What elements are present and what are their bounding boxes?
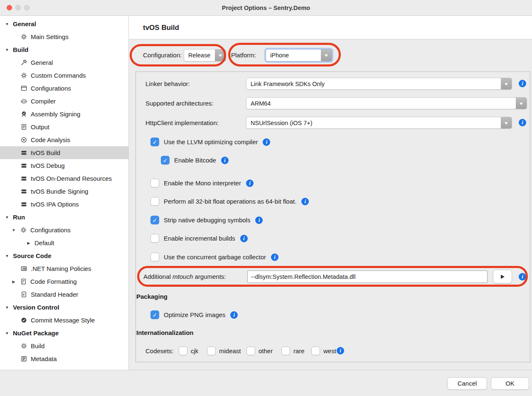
- checkbox-label: Strip native debugging symbols: [164, 216, 250, 224]
- enable-the-mono-interpreter-checkbox[interactable]: [150, 179, 159, 187]
- info-icon[interactable]: i: [519, 80, 526, 87]
- ok-button[interactable]: OK: [491, 377, 529, 390]
- codeset-other-checkbox[interactable]: [246, 347, 255, 355]
- sidebar-item-build[interactable]: ▼Build: [0, 43, 128, 56]
- sidebar-item-source-code[interactable]: ▼Source Code: [0, 249, 128, 262]
- info-icon[interactable]: i: [230, 311, 238, 319]
- info-icon[interactable]: i: [263, 138, 270, 146]
- linker-behavior-dropdown[interactable]: Link Framework SDKs Only: [246, 78, 512, 90]
- disclosure-open-icon[interactable]: ▼: [4, 48, 10, 52]
- build-options-groupbox: Linker behavior: Link Framework SDKs Onl…: [135, 71, 530, 362]
- info-icon[interactable]: i: [337, 347, 344, 354]
- chevron-down-icon: [501, 117, 512, 128]
- gear-icon: [20, 226, 27, 234]
- info-icon[interactable]: i: [246, 180, 254, 187]
- window-title: Project Options – Sentry.Demo: [0, 0, 532, 16]
- mtouch-arguments-input[interactable]: [247, 271, 488, 283]
- sidebar-item-label: Output: [31, 123, 49, 130]
- gear-icon: [20, 342, 27, 350]
- codeset-mideast-checkbox[interactable]: [207, 347, 216, 355]
- disclosure-open-icon[interactable]: ▼: [4, 22, 10, 26]
- sidebar-item-tvos-bundle-signing[interactable]: tvOS Bundle Signing: [0, 185, 128, 198]
- sidebar-item-net-naming-policies[interactable]: AB.NET Naming Policies: [0, 262, 128, 275]
- sidebar-item-tvos-build[interactable]: tvOS Build: [0, 146, 128, 159]
- page-header: tvOS Build: [129, 16, 532, 39]
- sidebar-item-tvos-debug[interactable]: tvOS Debug: [0, 159, 128, 172]
- info-icon[interactable]: i: [255, 216, 263, 224]
- sidebar-item-run[interactable]: ▼Run: [0, 211, 128, 224]
- optimize-png-checkbox[interactable]: ✓: [150, 310, 159, 319]
- info-icon[interactable]: i: [519, 273, 526, 280]
- sidebar-item-main-settings[interactable]: Main Settings: [0, 30, 128, 43]
- sidebar-item-code-formatting[interactable]: ▶Code Formatting: [0, 275, 128, 288]
- doc-dash-icon: [20, 278, 27, 285]
- codesets-label: Codesets:: [145, 347, 174, 355]
- disclosure-open-icon[interactable]: ▼: [4, 331, 10, 335]
- use-the-concurrent-garbage-collector-checkbox[interactable]: [150, 253, 159, 261]
- doc-lines-icon: [20, 123, 27, 131]
- dialog-footer: Cancel OK: [0, 370, 532, 396]
- sidebar-item-compiler[interactable]: Compiler: [0, 95, 128, 108]
- sidebar-item-label: Default: [34, 239, 54, 246]
- sidebar-item-general[interactable]: General: [0, 56, 128, 69]
- disclosure-open-icon[interactable]: ▼: [4, 305, 10, 310]
- info-icon[interactable]: i: [271, 253, 278, 261]
- disclosure-closed-icon[interactable]: ▶: [11, 280, 17, 284]
- sidebar-item-label: General: [13, 20, 36, 27]
- info-icon[interactable]: i: [519, 119, 526, 126]
- sidebar-item-custom-commands[interactable]: Custom Commands: [0, 69, 128, 82]
- use-the-concurrent-garbage-collector-row: Use the concurrent garbage collectori: [150, 253, 278, 261]
- sidebar-item-output[interactable]: Output: [0, 121, 128, 133]
- httpclient-implementation-value: NSUrlSession (iOS 7+): [246, 117, 501, 128]
- sidebar-item-build[interactable]: Build: [0, 339, 128, 352]
- sidebar-item-metadata[interactable]: Metadata: [0, 352, 128, 365]
- enable-incremental-builds-row: Enable incremental buildsi: [150, 234, 248, 243]
- supported-architectures-dropdown[interactable]: ARM64: [246, 97, 527, 109]
- sidebar-item-configurations[interactable]: ▼Configurations: [0, 224, 128, 236]
- sidebar-item-version-control[interactable]: ▼Version Control: [0, 301, 128, 314]
- httpclient-implementation-dropdown[interactable]: NSUrlSession (iOS 7+): [246, 117, 512, 129]
- enable-incremental-builds-checkbox[interactable]: [150, 234, 159, 243]
- tv-icon: [20, 149, 27, 157]
- info-icon[interactable]: i: [301, 198, 309, 205]
- page-body: Configuration: Release Platform: iPhone: [129, 39, 532, 370]
- disclosure-closed-icon[interactable]: ▶: [26, 241, 32, 245]
- sidebar-item-configurations[interactable]: Configurations: [0, 82, 128, 95]
- sidebar-item-commit-message-style[interactable]: Commit Message Style: [0, 314, 128, 327]
- mtouch-options-button[interactable]: [493, 270, 512, 283]
- codeset-west-checkbox[interactable]: [311, 347, 320, 355]
- info-icon[interactable]: i: [221, 157, 229, 164]
- internationalization-heading: Internationalization: [136, 329, 194, 336]
- sidebar-item-tvos-on-demand-resources[interactable]: tvOS On-Demand Resources: [0, 172, 128, 185]
- sidebar-item-standard-header[interactable]: #Standard Header: [0, 288, 128, 301]
- platform-dropdown[interactable]: iPhone: [266, 49, 332, 61]
- perform-all-32-bit-float-operations-as-64-bit-float-checkbox[interactable]: [150, 197, 159, 206]
- sidebar-item-label: Build: [13, 46, 29, 53]
- sidebar-item-label: Configurations: [31, 85, 71, 92]
- cancel-button[interactable]: Cancel: [447, 377, 487, 390]
- disclosure-open-icon[interactable]: ▼: [11, 228, 17, 232]
- enable-bitcode-checkbox[interactable]: ✓: [161, 156, 170, 165]
- sidebar-item-label: Source Code: [13, 252, 52, 259]
- svg-text:AB: AB: [22, 267, 26, 270]
- sidebar-item-default[interactable]: ▶Default: [0, 236, 128, 249]
- titlebar: Project Options – Sentry.Demo: [0, 0, 532, 16]
- chevron-down-icon: [516, 98, 527, 109]
- packaging-heading: Packaging: [136, 293, 167, 300]
- sidebar-item-nuget-package[interactable]: ▼NuGet Package: [0, 327, 128, 339]
- disclosure-open-icon[interactable]: ▼: [4, 215, 10, 219]
- sidebar-item-tvos-ipa-options[interactable]: tvOS IPA Options: [0, 198, 128, 211]
- sidebar-item-label: NuGet Package: [13, 330, 59, 337]
- tv-icon: [20, 175, 27, 182]
- disclosure-open-icon[interactable]: ▼: [4, 254, 10, 258]
- sidebar-item-general[interactable]: ▼General: [0, 17, 128, 30]
- use-the-llvm-optimizing-compiler-checkbox[interactable]: ✓: [150, 138, 159, 146]
- codeset-rare-checkbox[interactable]: [281, 347, 290, 355]
- sidebar-item-assembly-signing[interactable]: Assembly Signing: [0, 108, 128, 121]
- codeset-cjk-checkbox[interactable]: [179, 347, 187, 355]
- optimize-png-row: ✓ Optimize PNG images i: [150, 310, 238, 319]
- strip-native-debugging-symbols-checkbox[interactable]: ✓: [150, 216, 159, 224]
- info-icon[interactable]: i: [240, 235, 248, 242]
- sidebar-item-code-analysis[interactable]: Code Analysis: [0, 133, 128, 146]
- configuration-dropdown[interactable]: Release: [184, 49, 226, 61]
